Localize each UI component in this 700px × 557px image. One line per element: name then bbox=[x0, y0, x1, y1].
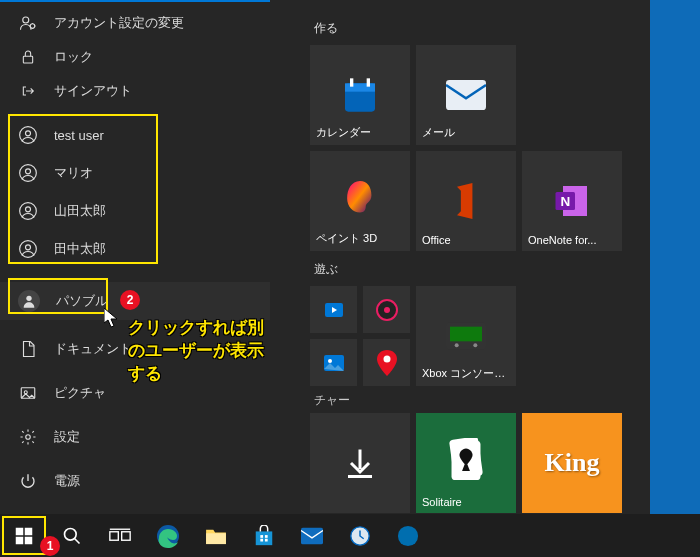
tile-group-header[interactable]: 遊ぶ bbox=[314, 261, 640, 278]
tile-xbox[interactable]: Xbox コンソール... bbox=[416, 286, 516, 386]
power-icon bbox=[18, 471, 38, 491]
document-icon bbox=[18, 339, 38, 359]
account-settings-icon bbox=[18, 13, 38, 33]
svg-point-28 bbox=[383, 355, 390, 362]
menu-label: サインアウト bbox=[54, 82, 132, 100]
king-logo: King bbox=[545, 448, 600, 478]
taskbar-app[interactable] bbox=[384, 514, 432, 557]
svg-rect-37 bbox=[16, 536, 24, 544]
svg-rect-19 bbox=[446, 80, 486, 110]
tile-label: Office bbox=[422, 234, 451, 246]
tile-label: ペイント 3D bbox=[316, 231, 377, 246]
gear-icon bbox=[18, 427, 38, 447]
svg-rect-46 bbox=[265, 535, 268, 538]
user-avatar-icon bbox=[18, 163, 38, 183]
svg-rect-41 bbox=[122, 531, 130, 539]
menu-label: ピクチャ bbox=[54, 384, 106, 402]
annotation-badge-1: 1 bbox=[40, 536, 60, 556]
menu-label: アカウント設定の変更 bbox=[54, 14, 184, 32]
tile-solitaire[interactable]: Solitaire bbox=[416, 413, 516, 513]
tile-maps[interactable] bbox=[363, 339, 410, 386]
signout-icon bbox=[18, 81, 38, 101]
svg-rect-17 bbox=[350, 78, 353, 86]
movies-icon bbox=[322, 298, 346, 322]
documents[interactable]: ドキュメント bbox=[0, 332, 270, 366]
tile-label: OneNote for... bbox=[528, 234, 596, 246]
svg-point-4 bbox=[26, 131, 31, 136]
tile-mail[interactable]: メール bbox=[416, 45, 516, 145]
svg-point-32 bbox=[473, 343, 477, 347]
svg-point-11 bbox=[26, 296, 31, 301]
svg-rect-16 bbox=[345, 83, 375, 91]
solitaire-icon bbox=[446, 438, 486, 488]
svg-rect-2 bbox=[23, 56, 32, 63]
taskbar-store[interactable] bbox=[240, 514, 288, 557]
svg-point-14 bbox=[26, 435, 31, 440]
tile-paint3d[interactable]: ペイント 3D bbox=[310, 151, 410, 251]
tile-onenote[interactable]: N OneNote for... bbox=[522, 151, 622, 251]
taskbar: 1 bbox=[0, 514, 700, 557]
svg-rect-47 bbox=[260, 538, 263, 541]
taskbar-edge[interactable] bbox=[144, 514, 192, 557]
svg-point-27 bbox=[328, 359, 332, 363]
taskbar-mail[interactable] bbox=[288, 514, 336, 557]
paint3d-icon bbox=[342, 181, 378, 221]
svg-rect-30 bbox=[450, 327, 482, 342]
calendar-icon bbox=[340, 75, 380, 115]
office-icon bbox=[450, 183, 482, 219]
tile-calendar[interactable]: カレンダー bbox=[310, 45, 410, 145]
user-avatar-icon bbox=[18, 239, 38, 259]
sign-out[interactable]: サインアウト bbox=[0, 74, 270, 108]
svg-point-52 bbox=[398, 525, 418, 545]
user-switch-item[interactable]: test user bbox=[0, 116, 270, 154]
svg-rect-18 bbox=[367, 78, 370, 86]
svg-point-6 bbox=[26, 169, 31, 174]
mail-icon bbox=[446, 80, 486, 110]
svg-rect-48 bbox=[265, 538, 268, 541]
tile-groove[interactable] bbox=[363, 286, 410, 333]
svg-point-10 bbox=[26, 245, 31, 250]
svg-rect-45 bbox=[260, 535, 263, 538]
start-left-pane: アカウント設定の変更 ロック サインアウト test user bbox=[0, 0, 270, 514]
menu-label: ドキュメント bbox=[54, 340, 132, 358]
svg-rect-35 bbox=[16, 527, 24, 535]
annotation-badge-2: 2 bbox=[120, 290, 140, 310]
xbox-icon bbox=[446, 322, 486, 350]
user-switch-item[interactable]: マリオ bbox=[0, 154, 270, 192]
taskbar-clock[interactable] bbox=[336, 514, 384, 557]
tile-download[interactable] bbox=[310, 413, 410, 513]
lock[interactable]: ロック bbox=[0, 40, 270, 74]
tile-movies[interactable] bbox=[310, 286, 357, 333]
tile-king[interactable]: King bbox=[522, 413, 622, 513]
task-view-button[interactable] bbox=[96, 514, 144, 557]
current-user-name: パソブル bbox=[56, 292, 108, 310]
lock-icon bbox=[18, 47, 38, 67]
user-name: 田中太郎 bbox=[54, 240, 106, 258]
photos-icon bbox=[322, 351, 346, 375]
pictures[interactable]: ピクチャ bbox=[0, 376, 270, 410]
svg-rect-40 bbox=[110, 531, 118, 539]
settings[interactable]: 設定 bbox=[0, 420, 270, 454]
tile-label: カレンダー bbox=[316, 125, 371, 140]
tile-group-header[interactable]: 作る bbox=[314, 20, 640, 37]
tile-office[interactable]: Office bbox=[416, 151, 516, 251]
user-avatar-icon bbox=[18, 125, 38, 145]
tile-label: Solitaire bbox=[422, 496, 462, 508]
svg-rect-49 bbox=[301, 527, 323, 544]
tile-photos[interactable] bbox=[310, 339, 357, 386]
download-icon bbox=[342, 445, 378, 481]
tile-label: メール bbox=[422, 125, 455, 140]
change-account-settings[interactable]: アカウント設定の変更 bbox=[0, 6, 270, 40]
power[interactable]: 電源 bbox=[0, 464, 270, 498]
svg-point-1 bbox=[30, 24, 35, 29]
start-button[interactable]: 1 bbox=[0, 514, 48, 557]
svg-point-31 bbox=[455, 343, 459, 347]
pictures-icon bbox=[18, 383, 38, 403]
start-tiles-pane: 作る カレンダー メール ペイント 3D bbox=[270, 0, 650, 514]
menu-label: 電源 bbox=[54, 472, 80, 490]
alpha-header-partial: チャー bbox=[314, 392, 640, 409]
user-switch-item[interactable]: 山田太郎 bbox=[0, 192, 270, 230]
maps-icon bbox=[377, 350, 397, 376]
taskbar-explorer[interactable] bbox=[192, 514, 240, 557]
user-switch-item[interactable]: 田中太郎 bbox=[0, 230, 270, 268]
